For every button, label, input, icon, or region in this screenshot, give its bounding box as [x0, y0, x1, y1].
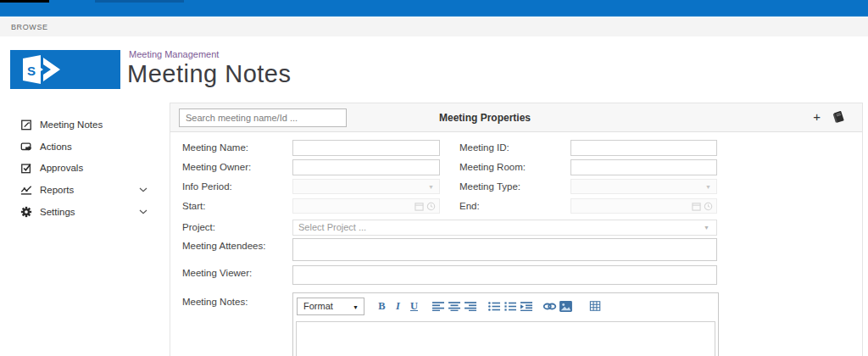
window-notch: [0, 0, 49, 3]
ribbon-bar: BROWSE: [0, 18, 868, 36]
left-nav: Meeting Notes Actions Approvals Reports …: [20, 114, 147, 223]
field-label-info-period: Info Period:: [182, 181, 232, 192]
approvals-icon: [20, 162, 32, 174]
svg-text:S: S: [27, 64, 36, 78]
project-select[interactable]: Select Project ... ▼: [292, 220, 717, 236]
align-left-icon[interactable]: [430, 298, 446, 314]
sidebar-item-reports[interactable]: Reports: [20, 179, 147, 201]
align-right-icon[interactable]: [462, 298, 478, 314]
calendar-icon: [692, 202, 701, 211]
panel-actions: +: [813, 108, 845, 125]
meeting-room-input[interactable]: [570, 159, 717, 175]
start-datetime-field[interactable]: [292, 198, 440, 214]
meeting-owner-input[interactable]: [292, 159, 440, 175]
image-icon[interactable]: [558, 298, 574, 314]
chevron-down-icon: ▼: [353, 304, 359, 310]
add-icon[interactable]: +: [813, 108, 821, 125]
field-label-project: Project:: [182, 222, 215, 232]
info-period-select[interactable]: ▼: [292, 179, 440, 194]
bold-button[interactable]: B: [374, 298, 390, 314]
meeting-id-input[interactable]: [570, 140, 717, 156]
reports-icon: [20, 184, 32, 196]
editor-toolbar: Format ▼ B I U: [293, 293, 718, 319]
end-datetime-field[interactable]: [570, 198, 717, 214]
chevron-down-icon: ▼: [705, 184, 711, 190]
suite-bar: [0, 0, 868, 17]
field-label-meeting-notes: Meeting Notes:: [182, 297, 248, 307]
field-label-start: Start:: [182, 201, 205, 211]
project-select-placeholder: Select Project ...: [293, 220, 716, 235]
field-label-meeting-id: Meeting ID:: [459, 142, 509, 153]
window-notch-shade: [95, 0, 184, 3]
chevron-down-icon: ▼: [428, 184, 434, 190]
settings-icon: [20, 206, 32, 218]
meeting-attendees-input[interactable]: [292, 238, 717, 261]
numbered-list-icon[interactable]: [502, 298, 518, 314]
page-title: Meeting Notes: [127, 60, 292, 88]
clock-icon: [426, 202, 436, 211]
field-label-end: End:: [459, 201, 480, 211]
sidebar-item-label: Actions: [40, 142, 72, 152]
field-label-meeting-owner: Meeting Owner:: [182, 162, 251, 172]
sharepoint-logo-icon: S: [15, 53, 66, 86]
chevron-down-icon: ▼: [704, 225, 709, 231]
sidebar-item-label: Approvals: [40, 163, 83, 173]
chevron-down-icon[interactable]: [139, 187, 147, 192]
italic-button[interactable]: I: [390, 298, 406, 314]
meeting-notes-textarea[interactable]: [296, 321, 715, 356]
sidebar-item-actions[interactable]: Actions: [20, 136, 147, 158]
note-icon: [20, 119, 32, 131]
sidebar-item-meeting-notes[interactable]: Meeting Notes: [20, 114, 147, 136]
search-input[interactable]: [179, 108, 347, 127]
meeting-properties-panel: Meeting Properties + Meeting Name: Meeti…: [170, 103, 863, 356]
align-center-icon[interactable]: [446, 298, 462, 314]
format-dropdown[interactable]: Format ▼: [297, 298, 364, 315]
field-label-meeting-viewer: Meeting Viewer:: [182, 268, 252, 278]
indent-icon[interactable]: [518, 298, 534, 314]
meeting-notes-editor: Format ▼ B I U: [292, 292, 719, 356]
bulleted-list-icon[interactable]: [486, 298, 502, 314]
sidebar-item-label: Meeting Notes: [40, 120, 103, 130]
site-breadcrumb[interactable]: Meeting Management: [129, 49, 219, 59]
meeting-type-select[interactable]: ▼: [570, 179, 717, 194]
sidebar-item-label: Settings: [40, 207, 75, 217]
book-icon[interactable]: [832, 110, 845, 124]
meeting-name-input[interactable]: [292, 140, 440, 156]
meeting-viewer-input[interactable]: [292, 265, 717, 285]
field-label-meeting-type: Meeting Type:: [459, 181, 520, 192]
underline-button[interactable]: U: [406, 298, 422, 314]
field-label-meeting-room: Meeting Room:: [459, 162, 526, 172]
panel-header: Meeting Properties +: [170, 103, 862, 132]
meeting-form: Meeting Name: Meeting ID: Meeting Owner:…: [170, 132, 862, 356]
sharepoint-logo: S: [10, 50, 120, 89]
ribbon-tab-browse[interactable]: BROWSE: [11, 23, 48, 31]
sidebar-item-label: Reports: [40, 185, 74, 195]
sidebar-item-settings[interactable]: Settings: [20, 201, 147, 223]
field-label-meeting-name: Meeting Name:: [182, 142, 248, 153]
actions-icon: [20, 141, 32, 153]
calendar-icon: [415, 202, 424, 211]
field-label-meeting-attendees: Meeting Attendees:: [182, 241, 265, 251]
chevron-down-icon[interactable]: [139, 209, 147, 214]
link-icon[interactable]: [542, 298, 558, 314]
clock-icon: [704, 202, 713, 211]
panel-title: Meeting Properties: [439, 112, 531, 124]
sidebar-item-approvals[interactable]: Approvals: [20, 158, 147, 180]
table-icon[interactable]: [587, 298, 604, 314]
